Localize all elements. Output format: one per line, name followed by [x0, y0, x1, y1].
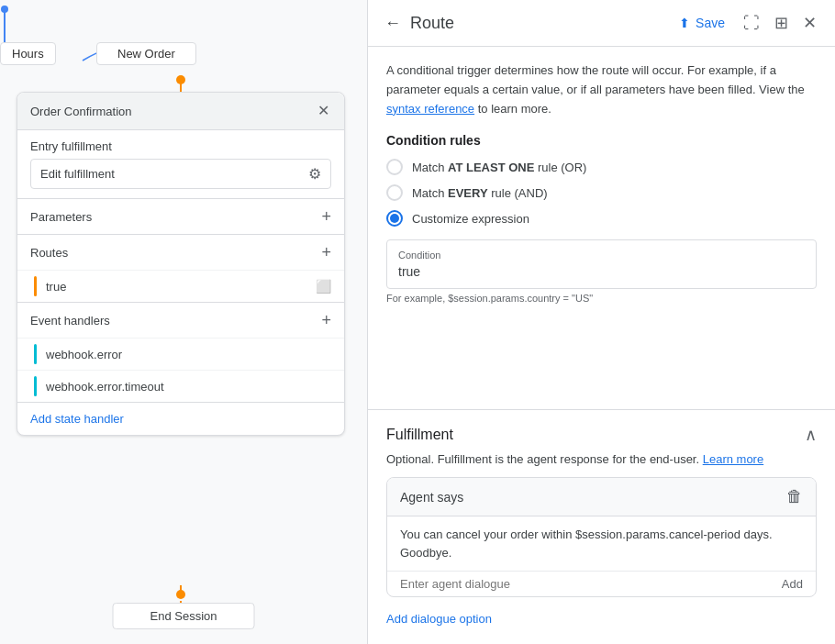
- add-dialogue-button[interactable]: Add dialogue option: [386, 608, 492, 629]
- card-header: Order Confirmation ✕: [17, 93, 344, 130]
- event-handlers-section: Event handlers + webhook.error webhook.e…: [17, 302, 344, 435]
- radio-item-3[interactable]: Customize expression: [386, 210, 817, 227]
- route-item-icon: ⬜: [316, 279, 331, 294]
- agent-says-card: Agent says 🗑 You can cancel your order w…: [386, 477, 817, 597]
- routes-section: Routes + true ⬜: [17, 234, 344, 302]
- routes-header[interactable]: Routes +: [17, 235, 344, 270]
- svg-point-1: [1, 6, 8, 13]
- divider: [368, 409, 835, 410]
- routes-title: Routes: [30, 246, 68, 260]
- delete-agent-says-button[interactable]: 🗑: [786, 487, 803, 506]
- entry-fulfillment-title: Entry fulfillment: [30, 139, 331, 153]
- radio-item-1[interactable]: Match AT LEAST ONE rule (OR): [386, 159, 817, 175]
- agent-dialogue-input[interactable]: [400, 577, 782, 591]
- agent-input-row: Add: [387, 572, 816, 596]
- collapse-button[interactable]: ∧: [805, 425, 817, 445]
- radio-item-2[interactable]: Match EVERY rule (AND): [386, 184, 817, 201]
- right-header: ← Route ⬆ Save ⛶ ⊞ ✕: [368, 0, 835, 47]
- close-icon: ✕: [803, 13, 817, 33]
- condition-rules-heading: Condition rules: [386, 133, 817, 148]
- parameters-section[interactable]: Parameters +: [17, 199, 344, 234]
- agent-says-message: You can cancel your order within $sessio…: [387, 516, 816, 572]
- radio-2-label: Match EVERY rule (AND): [412, 186, 548, 200]
- event-handler-1[interactable]: webhook.error: [17, 338, 344, 370]
- save-button[interactable]: ⬆ Save: [672, 12, 732, 34]
- card-close-button[interactable]: ✕: [316, 102, 331, 120]
- hours-label: Hours: [12, 47, 44, 61]
- agent-says-header: Agent says 🗑: [387, 478, 816, 516]
- edit-fulfillment-row[interactable]: Edit fulfillment ⚙: [30, 159, 331, 189]
- info-text: A conditional trigger determines how the…: [386, 61, 817, 118]
- route-bar: [34, 276, 37, 296]
- card-title: Order Confirmation: [30, 105, 132, 118]
- event-handler-bar-2: [34, 376, 37, 396]
- new-order-label: New Order: [117, 47, 175, 61]
- event-handler-bar-1: [34, 344, 37, 364]
- entry-fulfillment-section: Entry fulfillment Edit fulfillment ⚙: [17, 130, 344, 199]
- condition-value: true: [398, 264, 805, 279]
- add-route-button[interactable]: +: [321, 244, 331, 261]
- fullscreen-button[interactable]: ⛶: [740, 10, 763, 37]
- radio-3-label: Customize expression: [412, 212, 529, 226]
- save-icon: ⬆: [679, 16, 690, 30]
- radio-2-circle: [386, 184, 403, 201]
- add-parameter-button[interactable]: +: [321, 208, 331, 225]
- close-panel-button[interactable]: ✕: [799, 9, 820, 37]
- order-confirmation-card: Order Confirmation ✕ Entry fulfillment E…: [17, 92, 345, 436]
- new-order-node[interactable]: New Order: [96, 42, 196, 65]
- left-panel: Hours New Order Order Confirmation ✕ Ent…: [0, 0, 367, 644]
- add-state-handler-button[interactable]: Add state handler: [17, 405, 137, 433]
- split-icon: ⊞: [774, 13, 788, 33]
- fullscreen-icon: ⛶: [743, 14, 760, 33]
- edit-fulfillment-text: Edit fulfillment: [40, 167, 115, 181]
- end-session-label: End Session: [150, 609, 217, 623]
- add-event-handler-button[interactable]: +: [321, 312, 331, 328]
- agent-message-text: You can cancel your order within $sessio…: [400, 527, 773, 560]
- optional-text: Optional. Fulfillment is the agent respo…: [386, 452, 817, 466]
- hours-node[interactable]: Hours: [0, 42, 56, 65]
- person-settings-icon: ⚙: [308, 165, 321, 183]
- radio-3-inner: [390, 214, 399, 223]
- back-arrow-icon: ←: [384, 14, 401, 33]
- svg-point-5: [176, 590, 185, 599]
- fulfillment-title: Fulfillment: [386, 427, 453, 443]
- end-session-node[interactable]: End Session: [113, 603, 255, 629]
- condition-box[interactable]: Condition true: [386, 239, 817, 289]
- radio-1-circle: [386, 159, 403, 175]
- right-panel: ← Route ⬆ Save ⛶ ⊞ ✕ A conditional trigg…: [367, 0, 835, 644]
- event-handler-label-1: webhook.error: [46, 348, 122, 361]
- radio-1-label: Match AT LEAST ONE rule (OR): [412, 161, 586, 174]
- add-text-button[interactable]: Add: [782, 577, 803, 591]
- condition-label: Condition: [398, 250, 805, 261]
- route-item-label: true: [46, 280, 316, 294]
- event-handlers-title: Event handlers: [30, 314, 110, 328]
- condition-hint: For example, $session.params.country = "…: [386, 293, 817, 304]
- fulfillment-section: Fulfillment ∧ Optional. Fulfillment is t…: [368, 425, 835, 644]
- right-content: A conditional trigger determines how the…: [368, 47, 835, 394]
- learn-more-link[interactable]: Learn more: [703, 452, 763, 466]
- fulfillment-header: Fulfillment ∧: [386, 425, 817, 445]
- svg-point-4: [176, 75, 185, 84]
- event-handler-2[interactable]: webhook.error.timeout: [17, 370, 344, 402]
- back-button[interactable]: ←: [383, 12, 403, 35]
- agent-says-title: Agent says: [400, 490, 463, 505]
- route-item[interactable]: true ⬜: [17, 270, 344, 302]
- save-label: Save: [696, 16, 725, 30]
- event-handler-label-2: webhook.error.timeout: [46, 380, 164, 394]
- event-handlers-header[interactable]: Event handlers +: [17, 303, 344, 338]
- parameters-title: Parameters: [30, 210, 92, 224]
- route-title: Route: [410, 14, 664, 33]
- radio-group: Match AT LEAST ONE rule (OR) Match EVERY…: [386, 159, 817, 227]
- split-view-button[interactable]: ⊞: [771, 9, 792, 37]
- radio-3-circle: [386, 210, 403, 227]
- syntax-reference-link[interactable]: syntax reference: [386, 102, 474, 116]
